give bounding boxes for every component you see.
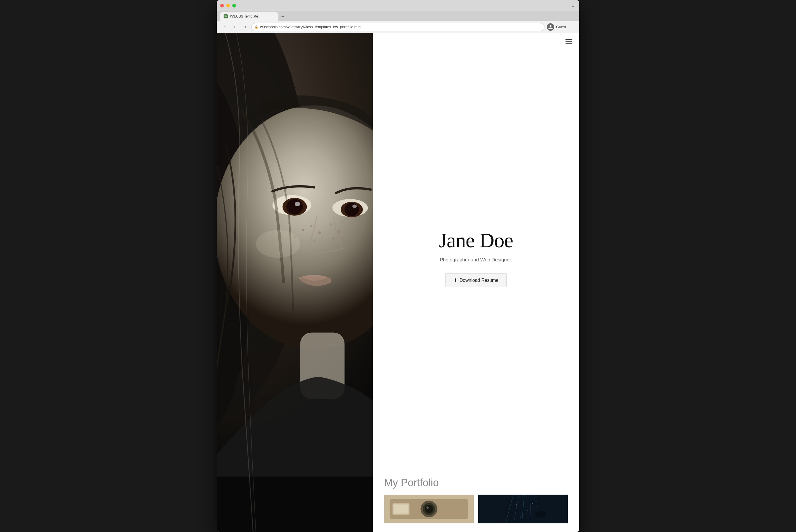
- tab-bar: W W3.CSS Template × +: [217, 11, 579, 21]
- tab-dropdown-icon[interactable]: ⌄: [570, 2, 576, 10]
- svg-point-40: [526, 510, 527, 511]
- svg-point-21: [313, 241, 315, 242]
- maximize-button[interactable]: [232, 4, 236, 7]
- tab-close-icon[interactable]: ×: [270, 14, 274, 19]
- back-icon: ‹: [223, 24, 225, 30]
- svg-point-23: [256, 230, 300, 258]
- new-tab-button[interactable]: +: [279, 13, 287, 21]
- hamburger-line-2: [566, 41, 572, 42]
- hero-name: Jane Doe: [439, 229, 513, 252]
- profile-avatar: [547, 23, 554, 31]
- lock-icon: 🔒: [254, 25, 258, 29]
- svg-point-28: [425, 505, 433, 513]
- svg-point-13: [310, 225, 313, 227]
- tab-favicon: W: [224, 14, 228, 18]
- profile-area[interactable]: Guest: [547, 23, 566, 31]
- tab-title: W3.CSS Template: [230, 14, 267, 18]
- forward-icon: ›: [234, 24, 235, 30]
- svg-point-7: [295, 202, 300, 206]
- download-resume-button[interactable]: ⬇ Download Resume: [445, 273, 507, 287]
- hero-photo: [217, 33, 373, 532]
- content-side: Jane Doe Photographer and Web Designer. …: [373, 33, 579, 532]
- svg-point-19: [341, 221, 343, 223]
- browser-menu-icon[interactable]: ⋮: [568, 23, 576, 31]
- portfolio-item-2[interactable]: [478, 495, 568, 524]
- hero-subtitle: Photographer and Web Designer.: [440, 257, 512, 263]
- camera-photo: [384, 495, 474, 524]
- download-icon: ⬇: [453, 278, 457, 283]
- svg-rect-31: [394, 505, 408, 513]
- portfolio-item-1[interactable]: [384, 495, 474, 524]
- portfolio-grid: [384, 495, 568, 524]
- svg-point-11: [352, 205, 356, 208]
- refresh-icon: ↺: [243, 25, 247, 29]
- hamburger-menu[interactable]: [566, 39, 572, 44]
- svg-point-10: [345, 203, 359, 216]
- close-button[interactable]: [220, 4, 224, 7]
- svg-point-15: [330, 224, 332, 226]
- refresh-button[interactable]: ↺: [241, 23, 249, 31]
- svg-point-43: [520, 517, 521, 518]
- profile-name: Guest: [556, 25, 566, 29]
- svg-rect-45: [537, 512, 545, 516]
- download-button-label: Download Resume: [460, 278, 498, 283]
- svg-point-16: [337, 230, 340, 233]
- svg-point-41: [511, 513, 511, 513]
- underwater-photo: [478, 495, 568, 524]
- address-bar[interactable]: 🔒 w3schools.com/w3css/tryw3css_templates…: [251, 23, 544, 31]
- portfolio-section: My Portfolio: [373, 477, 579, 532]
- url-text: w3schools.com/w3css/tryw3css_templates_b…: [260, 25, 541, 29]
- page-content: Jane Doe Photographer and Web Designer. …: [217, 33, 579, 532]
- hamburger-line-3: [566, 43, 572, 44]
- browser-chrome: ⌄ W W3.CSS Template × + ‹ › ↺ 🔒: [217, 0, 579, 33]
- active-tab[interactable]: W W3.CSS Template ×: [220, 12, 278, 21]
- portfolio-section-title: My Portfolio: [384, 477, 568, 489]
- browser-window: ⌄ W W3.CSS Template × + ‹ › ↺ 🔒: [217, 0, 579, 532]
- svg-point-12: [301, 229, 304, 231]
- back-button[interactable]: ‹: [220, 23, 228, 31]
- svg-point-39: [516, 505, 517, 506]
- hero-section: Jane Doe Photographer and Web Designer. …: [373, 33, 579, 477]
- svg-point-14: [318, 231, 321, 234]
- svg-point-18: [332, 237, 335, 240]
- minimize-button[interactable]: [226, 4, 230, 7]
- svg-point-29: [426, 507, 429, 509]
- browser-titlebar: ⌄: [217, 0, 579, 11]
- forward-button[interactable]: ›: [230, 23, 239, 31]
- svg-point-42: [532, 503, 533, 504]
- hamburger-line-1: [566, 39, 572, 40]
- browser-toolbar: ‹ › ↺ 🔒 w3schools.com/w3css/tryw3css_tem…: [217, 21, 579, 33]
